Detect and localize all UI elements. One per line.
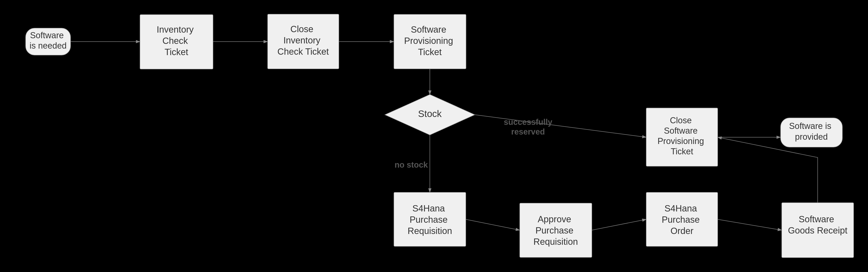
label-successfully-reserved: successfully — [504, 117, 552, 127]
edge-8 — [466, 219, 520, 230]
edge-5 — [475, 115, 646, 137]
edge-9 — [592, 219, 646, 230]
label-approve-purchase-req: Approve Purchase Requisition — [533, 214, 578, 247]
label-no-stock: no stock — [395, 160, 428, 169]
label-reserved: reserved — [511, 127, 545, 136]
label-stock: Stock — [418, 108, 442, 119]
label-s4hana-purchase-req: S4Hana Purchase Requisition — [408, 203, 452, 236]
edge-10 — [718, 219, 782, 230]
diagram-container: successfully reserved no stock Software … — [0, 0, 868, 272]
flowchart-svg: successfully reserved no stock Software … — [0, 0, 868, 272]
